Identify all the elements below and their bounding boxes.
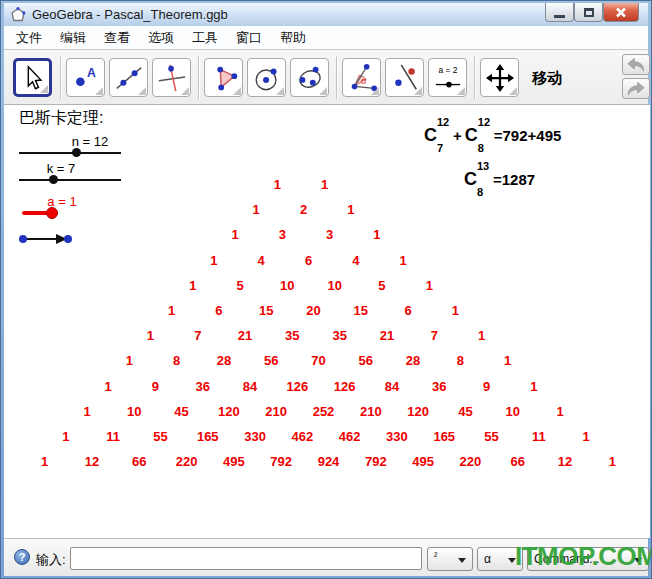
slider-k-track[interactable] (19, 179, 121, 181)
triangle-number: 15 (354, 303, 368, 318)
triangle-number: 1 (253, 202, 260, 217)
triangle-number: 1 (168, 303, 175, 318)
triangle-number: 12 (558, 454, 572, 469)
vector-end-point[interactable] (64, 235, 72, 243)
triangle-number: 56 (264, 353, 278, 368)
triangle-number: 1 (126, 353, 133, 368)
conic-tool-button[interactable] (290, 58, 329, 97)
triangle-number: 2 (300, 202, 307, 217)
triangle-number: 45 (174, 404, 188, 419)
slider-a-handle[interactable] (46, 207, 58, 219)
triangle-number: 1 (426, 278, 433, 293)
triangle-number: 1 (41, 454, 48, 469)
triangle-number: 10 (280, 278, 294, 293)
circle-tool-button[interactable] (247, 58, 286, 97)
combination-formula-sum: C127 + C128 =792+495 (424, 125, 561, 146)
angle-tool-button[interactable]: α (342, 58, 381, 97)
tool-dropdown-icon (138, 87, 146, 95)
triangle-number: 210 (360, 404, 382, 419)
slider-k-handle[interactable] (49, 175, 58, 184)
triangle-number: 45 (458, 404, 472, 419)
triangle-number: 252 (313, 404, 335, 419)
triangle-number: 120 (407, 404, 429, 419)
redo-icon (624, 80, 648, 97)
move-graphics-view-tool-button[interactable] (480, 58, 519, 97)
triangle-number: 84 (385, 379, 399, 394)
triangle-number: 792 (270, 454, 292, 469)
triangle-number: 36 (432, 379, 446, 394)
triangle-number: 70 (311, 353, 325, 368)
triangle-number: 8 (173, 353, 180, 368)
line-tool-button[interactable] (109, 58, 148, 97)
help-icon[interactable]: ? (14, 549, 30, 565)
maximize-button[interactable] (574, 3, 603, 22)
triangle-number: 792 (365, 454, 387, 469)
slider-n-handle[interactable] (72, 148, 81, 157)
triangle-number: 120 (218, 404, 240, 419)
slider-n-track[interactable] (19, 152, 121, 154)
triangle-number: 35 (285, 328, 299, 343)
slider-tool-button[interactable]: a = 2 (428, 58, 467, 97)
menu-item-view[interactable]: 查看 (102, 27, 132, 49)
exponent-dropdown[interactable]: ² (427, 547, 473, 571)
toolbar: A (4, 50, 648, 105)
menu-item-file[interactable]: 文件 (14, 27, 44, 49)
triangle-number: 1 (83, 404, 90, 419)
minimize-button[interactable] (545, 3, 574, 22)
combination-formula-result: C138 =1287 (464, 169, 535, 190)
triangle-number: 1 (189, 278, 196, 293)
triangle-number: 12 (85, 454, 99, 469)
graphics-view[interactable]: 巴斯卡定理: n = 12 k = 7 a = 1 C127 + C128 =7… (4, 105, 650, 538)
greek-letter-dropdown[interactable]: α (477, 547, 523, 571)
vector-segment[interactable] (23, 238, 59, 240)
close-button[interactable] (603, 3, 639, 22)
reflect-tool-button[interactable] (385, 58, 424, 97)
tool-dropdown-icon (371, 87, 379, 95)
undo-button[interactable] (622, 54, 650, 75)
triangle-number: 1 (147, 328, 154, 343)
triangle-number: 7 (431, 328, 438, 343)
point-tool-button[interactable]: A (66, 58, 105, 97)
chevron-down-icon (508, 558, 516, 563)
triangle-number: 66 (132, 454, 146, 469)
close-icon (615, 7, 627, 18)
slider-k-label: k = 7 (47, 161, 76, 176)
triangle-number: 36 (196, 379, 210, 394)
chevron-down-icon (634, 558, 642, 563)
window-title: GeoGebra - Pascal_Theorem.ggb (32, 7, 228, 22)
triangle-number: 28 (406, 353, 420, 368)
geogebra-window: GeoGebra - Pascal_Theorem.ggb 文件 编辑 查看 选… (0, 0, 652, 579)
menu-item-edit[interactable]: 编辑 (58, 27, 88, 49)
triangle-number: 4 (258, 253, 265, 268)
menu-item-tools[interactable]: 工具 (190, 27, 220, 49)
triangle-number: 1 (530, 379, 537, 394)
triangle-number: 5 (236, 278, 243, 293)
polygon-tool-button[interactable] (204, 58, 243, 97)
triangle-number: 9 (152, 379, 159, 394)
toolbar-separator (336, 56, 337, 99)
triangle-number: 10 (505, 404, 519, 419)
triangle-number: 1 (452, 303, 459, 318)
triangle-number: 3 (279, 227, 286, 242)
triangle-number: 462 (291, 429, 313, 444)
command-input[interactable] (70, 547, 422, 570)
triangle-number: 1 (62, 429, 69, 444)
triangle-number: 6 (404, 303, 411, 318)
triangle-number: 55 (484, 429, 498, 444)
menu-item-options[interactable]: 选项 (146, 27, 176, 49)
menu-item-help[interactable]: 帮助 (278, 27, 308, 49)
tool-dropdown-icon (95, 87, 103, 95)
menu-item-window[interactable]: 窗口 (234, 27, 264, 49)
redo-button[interactable] (622, 78, 650, 99)
triangle-number: 1 (556, 404, 563, 419)
triangle-number: 56 (359, 353, 373, 368)
triangle-number: 11 (532, 429, 546, 444)
minimize-icon (554, 15, 565, 18)
command-dropdown[interactable]: Command... (527, 547, 649, 571)
triangle-number: 126 (334, 379, 356, 394)
move-tool-button[interactable] (13, 58, 52, 97)
perpendicular-line-tool-button[interactable] (152, 58, 191, 97)
tool-dropdown-icon (181, 87, 189, 95)
vector-start-point[interactable] (19, 235, 27, 243)
triangle-number: 1 (105, 379, 112, 394)
